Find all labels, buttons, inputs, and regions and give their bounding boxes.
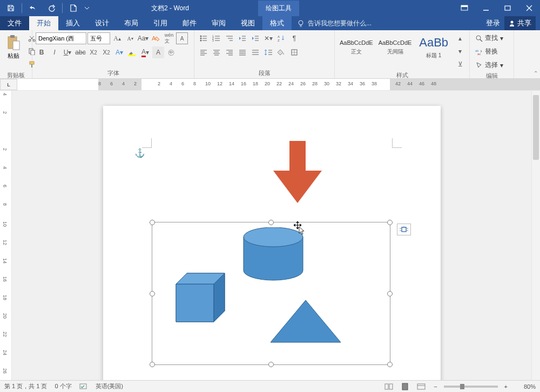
shading-button[interactable] — [275, 46, 287, 58]
asian-layout-button[interactable]: ✕▾ — [262, 32, 274, 44]
tab-format[interactable]: 格式 — [262, 16, 292, 30]
tab-design[interactable]: 设计 — [87, 16, 117, 30]
font-family-select[interactable] — [36, 32, 86, 44]
subscript-button[interactable]: X2 — [87, 46, 99, 58]
vertical-ruler[interactable]: 422468101214161820222426 — [0, 91, 12, 380]
find-button[interactable]: 查找 ▾ — [473, 32, 510, 44]
zoom-slider[interactable] — [444, 386, 498, 388]
scrollbar-thumb[interactable] — [533, 95, 539, 160]
replace-button[interactable]: abac 替换 — [473, 46, 510, 57]
close-button[interactable] — [518, 0, 540, 16]
paste-button[interactable]: 粘贴 — [3, 32, 24, 70]
horizontal-ruler[interactable]: 8642246810121416182022242628303234363842… — [98, 79, 540, 90]
tab-references[interactable]: 引用 — [146, 16, 175, 30]
login-link[interactable]: 登录 — [486, 18, 500, 28]
zoom-out-button[interactable]: − — [431, 383, 439, 390]
align-right-button[interactable] — [224, 46, 235, 58]
resize-handle[interactable] — [150, 362, 155, 367]
tab-layout[interactable]: 布局 — [117, 16, 146, 30]
font-size-select[interactable] — [87, 32, 110, 44]
language-indicator[interactable]: 英语(美国) — [96, 382, 123, 390]
qat-customize-button[interactable] — [83, 1, 91, 16]
select-button[interactable]: 选择 ▾ — [473, 59, 510, 71]
clear-format-button[interactable]: A — [150, 32, 162, 44]
multilevel-button[interactable] — [224, 32, 235, 44]
cylinder-shape[interactable] — [241, 227, 306, 281]
vertical-scrollbar[interactable] — [531, 91, 540, 380]
cube-shape[interactable] — [173, 271, 227, 325]
web-layout-button[interactable] — [415, 382, 427, 391]
arrow-shape[interactable] — [271, 141, 325, 203]
style-nospacing[interactable]: AaBbCcDdE 无间隔 — [377, 32, 414, 63]
sort-button[interactable]: AZ — [275, 32, 287, 44]
superscript-button[interactable]: X2 — [100, 46, 112, 58]
decrease-font-button[interactable]: A▾ — [124, 32, 136, 44]
zoom-in-button[interactable]: + — [502, 383, 510, 390]
collapse-ribbon-button[interactable]: ⌃ — [534, 70, 538, 76]
tab-insert[interactable]: 插入 — [58, 16, 87, 30]
print-layout-button[interactable] — [399, 382, 411, 391]
save-button[interactable] — [2, 1, 19, 16]
enclose-char-button[interactable]: ㊥ — [165, 46, 177, 58]
line-spacing-button[interactable] — [262, 46, 274, 58]
zoom-thumb[interactable] — [460, 384, 464, 389]
align-center-button[interactable] — [211, 46, 222, 58]
page-indicator[interactable]: 第 1 页，共 1 页 — [4, 382, 47, 390]
undo-button[interactable] — [24, 1, 42, 16]
read-mode-button[interactable] — [383, 382, 395, 391]
highlight-button[interactable] — [126, 46, 138, 58]
resize-handle[interactable] — [150, 220, 155, 225]
increase-font-button[interactable]: A▴ — [111, 32, 123, 44]
style-heading1[interactable]: AaBb 标题 1 — [415, 32, 452, 63]
font-color-button[interactable]: A▾ — [139, 46, 151, 58]
spellcheck-icon[interactable] — [79, 383, 88, 390]
redo-button[interactable] — [43, 1, 60, 16]
bold-button[interactable]: B — [36, 46, 48, 58]
style-normal[interactable]: AaBbCcDdE 正文 — [338, 32, 375, 63]
ruler-tab-selector[interactable]: L — [0, 79, 17, 90]
increase-indent-button[interactable] — [249, 32, 261, 44]
word-count[interactable]: 0 个字 — [55, 382, 71, 390]
bullets-button[interactable] — [198, 32, 210, 44]
styles-scroll-down[interactable]: ▾ — [454, 45, 466, 57]
resize-handle[interactable] — [268, 220, 274, 225]
styles-scroll-up[interactable]: ▴ — [454, 32, 466, 44]
resize-handle[interactable] — [387, 291, 393, 296]
tab-file[interactable]: 文件 — [0, 16, 29, 30]
char-shading-button[interactable]: A — [152, 46, 164, 58]
tab-review[interactable]: 审阅 — [204, 16, 233, 30]
text-effects-button[interactable]: A▾ — [113, 46, 125, 58]
new-doc-button[interactable] — [65, 1, 82, 16]
triangle-shape[interactable] — [271, 300, 341, 343]
numbering-button[interactable]: 123 — [211, 32, 222, 44]
distribute-button[interactable] — [249, 46, 261, 58]
minimize-button[interactable] — [475, 0, 497, 16]
tell-me-search[interactable]: 告诉我您想要做什么... — [297, 16, 372, 30]
char-border-button[interactable]: A — [176, 32, 188, 44]
layout-options-button[interactable] — [397, 224, 411, 235]
resize-handle[interactable] — [387, 220, 393, 225]
change-case-button[interactable]: Aa▾ — [137, 32, 149, 44]
maximize-button[interactable] — [497, 0, 518, 16]
tab-mail[interactable]: 邮件 — [175, 16, 204, 30]
italic-button[interactable]: I — [49, 46, 60, 58]
page-scroll-container[interactable]: ⚓ — [12, 91, 531, 380]
justify-button[interactable] — [237, 46, 248, 58]
zoom-level[interactable]: 80% — [514, 383, 536, 390]
ribbon-options-button[interactable] — [454, 0, 475, 16]
document-page[interactable]: ⚓ — [103, 106, 441, 380]
borders-button[interactable] — [288, 46, 300, 58]
resize-handle[interactable] — [387, 362, 393, 367]
share-button[interactable]: 共享 — [504, 16, 536, 30]
decrease-indent-button[interactable] — [237, 32, 248, 44]
tab-home[interactable]: 开始 — [29, 16, 58, 30]
show-marks-button[interactable]: ¶ — [288, 32, 300, 44]
strikethrough-button[interactable]: abc — [75, 46, 86, 58]
resize-handle[interactable] — [268, 362, 274, 367]
phonetic-guide-button[interactable]: wén文 — [163, 32, 175, 44]
styles-expand[interactable]: ⊻ — [454, 58, 466, 70]
resize-handle[interactable] — [150, 291, 155, 296]
align-left-button[interactable] — [198, 46, 210, 58]
underline-button[interactable]: U▾ — [62, 46, 73, 58]
tab-view[interactable]: 视图 — [233, 16, 262, 30]
